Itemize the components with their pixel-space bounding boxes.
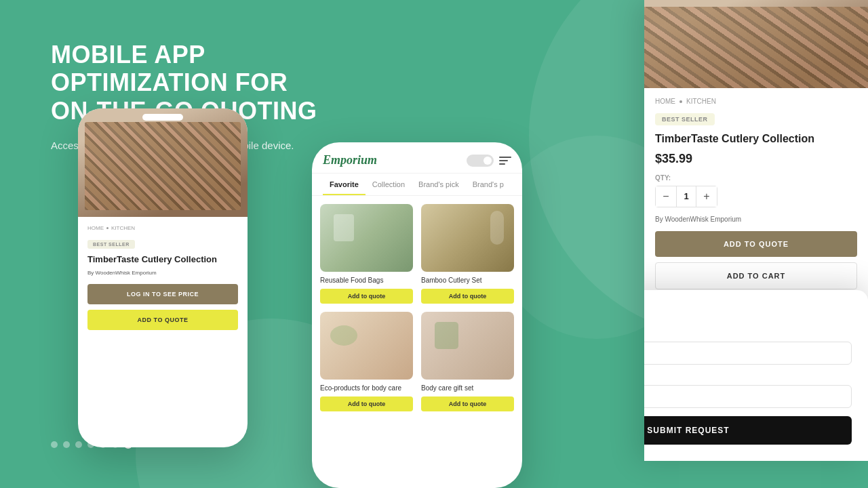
thumb-food-bags-img — [320, 204, 413, 272]
filter-line-2 — [499, 160, 508, 161]
phone-3: HOME KITCHEN BEST SELLER TimberTaste Cut… — [644, 0, 868, 461]
phone1-badge: BEST SELLER — [87, 240, 135, 249]
phone3-seller: By WoodenWhisk Emporium — [655, 216, 857, 223]
phone1-login-btn[interactable]: LOG IN TO SEE PRICE — [87, 284, 238, 304]
phone1-product-title: TimberTaste Cutlery Collection — [87, 254, 238, 266]
product-card-bamboo: Bamboo Cutlery Set Add to quote — [421, 204, 514, 304]
product-name-bamboo: Bamboo Cutlery Set — [421, 276, 514, 285]
product-card-body-care: Body care gift set Add to quote — [421, 312, 514, 411]
phone3-price: $35.99 — [655, 152, 857, 166]
phone2-tabs: Favorite Collection Brand's pick Brand's… — [312, 174, 522, 196]
phone1-seller: By WoodenWhisk Emporium — [87, 270, 238, 276]
form-name-input[interactable] — [644, 342, 852, 365]
btn-quote-body-care[interactable]: Add to quote — [421, 396, 514, 411]
dot-3[interactable] — [75, 441, 82, 448]
phone3-product-title: TimberTaste Cutlery Collection — [655, 132, 857, 146]
phone1-breadcrumb: HOME KITCHEN — [87, 225, 238, 231]
qty-plus-btn[interactable]: + — [696, 186, 717, 207]
phone3-breadcrumb-sep — [679, 100, 682, 103]
phone-2: Emporium Favorite Collection Brand's pic… — [312, 142, 522, 488]
form-overlay: Form request Name Email SUBMIT REQUEST — [644, 290, 868, 461]
tab-brands-pick[interactable]: Brand's pick — [412, 174, 466, 195]
thumb-body-care — [421, 312, 514, 380]
phone2-toggle[interactable] — [467, 155, 494, 167]
thumb-bamboo — [421, 204, 514, 272]
phone3-breadcrumb: HOME KITCHEN — [655, 98, 857, 105]
phone3-add-to-quote-btn[interactable]: ADD TO QUOTE — [655, 231, 857, 257]
phone3-add-to-cart-btn[interactable]: ADD TO CART — [655, 262, 857, 289]
qty-value: 1 — [676, 186, 696, 207]
btn-quote-eco[interactable]: Add to quote — [320, 396, 413, 411]
form-submit-btn[interactable]: SUBMIT REQUEST — [644, 416, 852, 445]
phone2-logo: Emporium — [323, 153, 377, 167]
phone1-quote-btn[interactable]: ADD TO QUOTE — [87, 310, 238, 330]
phone2-filter-icon[interactable] — [499, 156, 511, 165]
tab-collection[interactable]: Collection — [366, 174, 412, 195]
phone1-body: HOME KITCHEN BEST SELLER TimberTaste Cut… — [78, 217, 248, 338]
filter-line-3 — [499, 163, 505, 165]
form-email-input[interactable] — [644, 385, 852, 408]
thumb-eco-img — [320, 312, 413, 380]
form-email-label: Email — [644, 373, 852, 381]
phone3-qty-section: QTY: − 1 + — [655, 174, 857, 207]
thumb-bamboo-img — [421, 204, 514, 272]
phone2-products-grid: Reusable Food Bags Add to quote Bamboo C… — [312, 196, 522, 420]
phone2-header-icons — [467, 155, 511, 167]
btn-quote-bamboo[interactable]: Add to quote — [421, 289, 514, 304]
thumb-body-care-img — [421, 312, 514, 380]
phone-1: HOME KITCHEN BEST SELLER TimberTaste Cut… — [78, 108, 248, 447]
filter-line-1 — [499, 157, 511, 158]
phone1-hero-image — [78, 108, 248, 217]
phone2-header: Emporium — [312, 142, 522, 174]
phone3-qty-label: QTY: — [655, 174, 857, 182]
dot-1[interactable] — [51, 441, 58, 448]
phone3-hero-image — [644, 0, 868, 88]
breadcrumb-sep — [106, 227, 108, 229]
phone1-notch — [142, 114, 183, 121]
product-name-food-bags: Reusable Food Bags — [320, 276, 413, 285]
phone3-qty-controls: − 1 + — [655, 186, 717, 207]
thumb-eco — [320, 312, 413, 380]
form-name-label: Name — [644, 329, 852, 338]
product-name-body-care: Body care gift set — [421, 384, 514, 392]
tab-favorite[interactable]: Favorite — [323, 174, 366, 195]
thumb-food-bags — [320, 204, 413, 272]
btn-quote-food-bags[interactable]: Add to quote — [320, 289, 413, 304]
phone3-badge: BEST SELLER — [655, 113, 715, 125]
product-card-food-bags: Reusable Food Bags Add to quote — [320, 204, 413, 304]
qty-minus-btn[interactable]: − — [656, 186, 676, 207]
dot-2[interactable] — [63, 441, 70, 448]
phone3-body: HOME KITCHEN BEST SELLER TimberTaste Cut… — [644, 88, 868, 299]
product-card-eco: Eco-products for body care Add to quote — [320, 312, 413, 411]
tab-brands-p[interactable]: Brand's p — [466, 174, 511, 195]
product-name-eco: Eco-products for body care — [320, 384, 413, 392]
